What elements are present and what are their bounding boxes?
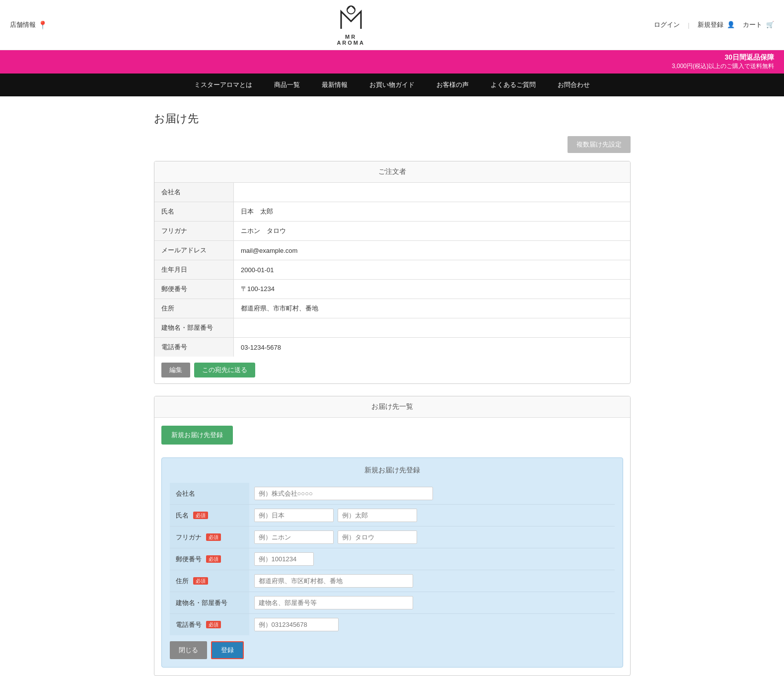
- orderer-table: 会社名 氏名 日本 太郎 フリガナ ニホン タロウ メールアドレス mail@e…: [154, 183, 630, 357]
- form-row-zip: 郵便番号 必須: [170, 548, 615, 570]
- close-button[interactable]: 閉じる: [170, 641, 207, 659]
- logo: MR AROMA: [336, 4, 366, 46]
- field-value-company: [234, 183, 630, 202]
- new-dest-form-title: 新規お届け先登録: [170, 466, 615, 475]
- required-badge-name: 必須: [193, 512, 208, 519]
- orderer-action-btns: 編集 この宛先に送る: [154, 357, 630, 383]
- form-actions: 閉じる 登録: [170, 641, 615, 659]
- field-value-email: mail@example.com: [234, 241, 630, 260]
- zip-input[interactable]: [254, 552, 314, 566]
- nav-item-products[interactable]: 商品一覧: [263, 74, 311, 96]
- company-input[interactable]: [254, 487, 433, 500]
- field-value-address: 都道府県、市市町村、番地: [234, 299, 630, 318]
- nav-item-news[interactable]: 最新情報: [311, 74, 358, 96]
- new-dest-button[interactable]: 新規お届け先登録: [161, 426, 233, 445]
- send-to-button[interactable]: この宛先に送る: [194, 363, 255, 377]
- banner-line1: 30日間返品保障: [724, 53, 774, 62]
- orderer-section-title: ご注文者: [154, 161, 630, 183]
- field-label-kana: フリガナ: [154, 222, 234, 241]
- field-label-email: メールアドレス: [154, 241, 234, 260]
- name-last-input[interactable]: [338, 509, 417, 522]
- field-label-name: 氏名: [154, 202, 234, 222]
- form-row-kana: フリガナ 必須: [170, 526, 615, 548]
- field-value-phone: 03-1234-5678: [234, 338, 630, 357]
- form-row-company: 会社名: [170, 483, 615, 505]
- field-value-kana: ニホン タロウ: [234, 222, 630, 241]
- field-value-building: [234, 318, 630, 338]
- store-info-link[interactable]: 店舗情報 📍: [10, 20, 48, 30]
- nav-item-about[interactable]: ミスターアロマとは: [183, 74, 263, 96]
- table-row: 建物名・部屋番号: [154, 318, 630, 338]
- form-cell-kana: [249, 526, 615, 548]
- logo-icon: [336, 4, 366, 34]
- field-label-dob: 生年月日: [154, 260, 234, 280]
- cart-icon: 🛒: [766, 21, 774, 28]
- address-input[interactable]: [254, 574, 413, 588]
- form-label-company: 会社名: [170, 483, 249, 505]
- field-label-zip: 郵便番号: [154, 280, 234, 299]
- promo-banner: 30日間返品保障 3,000円(税込)以上のご購入で送料無料: [0, 50, 784, 74]
- divider: |: [688, 21, 689, 29]
- logo-text: MR AROMA: [336, 34, 366, 46]
- field-label-address: 住所: [154, 299, 234, 318]
- form-row-building: 建物名・部屋番号: [170, 592, 615, 614]
- location-icon: 📍: [38, 20, 48, 30]
- table-row: フリガナ ニホン タロウ: [154, 222, 630, 241]
- form-label-building: 建物名・部屋番号: [170, 592, 249, 614]
- phone-input[interactable]: [254, 618, 339, 631]
- table-row: 氏名 日本 太郎: [154, 202, 630, 222]
- required-badge-kana: 必須: [206, 533, 221, 541]
- banner-line2: 3,000円(税込)以上のご購入で送料無料: [672, 62, 774, 71]
- form-cell-name: [249, 505, 615, 526]
- kana-first-input[interactable]: [254, 530, 334, 544]
- edit-button[interactable]: 編集: [161, 363, 190, 377]
- required-badge-phone: 必須: [206, 621, 221, 628]
- table-row: 生年月日 2000-01-01: [154, 260, 630, 280]
- cart-link[interactable]: カート 🛒: [743, 20, 774, 29]
- form-cell-phone: [249, 614, 615, 636]
- form-row-name: 氏名 必須: [170, 505, 615, 526]
- delivery-section-title: お届け先一覧: [154, 396, 630, 418]
- new-dest-form-table: 会社名 氏名 必須: [170, 483, 615, 635]
- table-row: メールアドレス mail@example.com: [154, 241, 630, 260]
- name-first-input[interactable]: [254, 509, 334, 522]
- form-label-name: 氏名 必須: [170, 505, 249, 526]
- field-value-name: 日本 太郎: [234, 202, 630, 222]
- form-cell-building: [249, 592, 615, 614]
- form-row-phone: 電話番号 必須: [170, 614, 615, 636]
- required-badge-zip: 必須: [206, 555, 221, 563]
- table-row: 住所 都道府県、市市町村、番地: [154, 299, 630, 318]
- building-input[interactable]: [254, 596, 413, 609]
- field-label-phone: 電話番号: [154, 338, 234, 357]
- form-label-zip: 郵便番号 必須: [170, 548, 249, 570]
- nav-item-guide[interactable]: お買い物ガイド: [358, 74, 426, 96]
- form-label-address: 住所 必須: [170, 570, 249, 592]
- register-link[interactable]: 新規登録 👤: [698, 20, 735, 29]
- kana-last-input[interactable]: [338, 530, 417, 544]
- field-label-company: 会社名: [154, 183, 234, 202]
- login-link[interactable]: ログイン: [654, 20, 680, 29]
- field-label-building: 建物名・部屋番号: [154, 318, 234, 338]
- svg-point-0: [347, 6, 355, 14]
- field-value-zip: 〒100-1234: [234, 280, 630, 299]
- field-value-dob: 2000-01-01: [234, 260, 630, 280]
- main-content: お届け先 複数届け先設定 ご注文者 会社名 氏名 日本 太郎 フリガナ ニホン …: [144, 96, 641, 676]
- main-nav: ミスターアロマとは 商品一覧 最新情報 お買い物ガイド お客様の声 よくあるご質…: [0, 74, 784, 96]
- required-badge-address: 必須: [193, 577, 208, 585]
- header-right: ログイン | 新規登録 👤 カート 🛒: [654, 20, 774, 29]
- delivery-section: お届け先一覧 新規お届け先登録 新規お届け先登録 会社名 氏名 必須: [154, 396, 631, 676]
- page-title: お届け先: [154, 111, 631, 126]
- multiple-dest-area: 複数届け先設定: [154, 136, 631, 153]
- table-row: 郵便番号 〒100-1234: [154, 280, 630, 299]
- nav-item-reviews[interactable]: お客様の声: [426, 74, 480, 96]
- multiple-dest-button[interactable]: 複数届け先設定: [568, 136, 631, 153]
- form-cell-zip: [249, 548, 615, 570]
- new-dest-form: 新規お届け先登録 会社名 氏名 必須: [161, 457, 623, 668]
- register-button[interactable]: 登録: [211, 641, 244, 659]
- nav-item-faq[interactable]: よくあるご質問: [480, 74, 547, 96]
- table-row: 電話番号 03-1234-5678: [154, 338, 630, 357]
- form-row-address: 住所 必須: [170, 570, 615, 592]
- form-cell-address: [249, 570, 615, 592]
- nav-item-contact[interactable]: お問合わせ: [547, 74, 601, 96]
- user-icon: 👤: [727, 21, 735, 28]
